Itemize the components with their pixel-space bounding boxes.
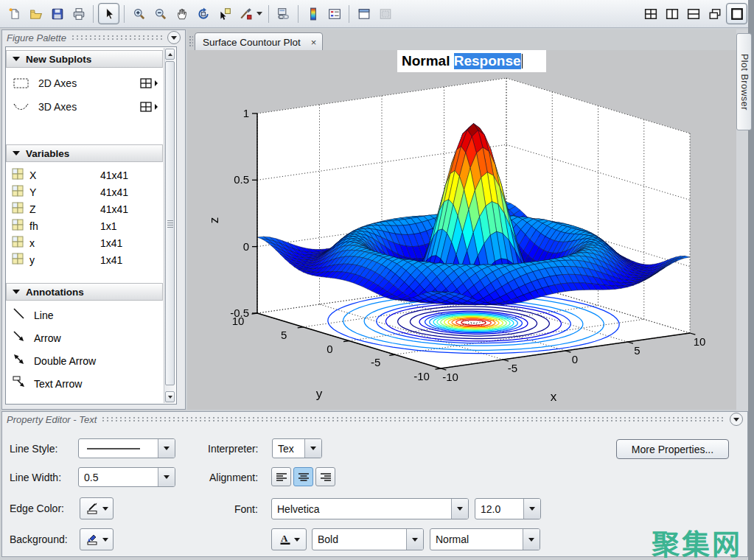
figure-canvas-panel: Surface Countour Plot × Normal Response bbox=[187, 29, 736, 410]
property-editor-menu-button[interactable] bbox=[730, 413, 743, 426]
dropdown-arrow[interactable] bbox=[406, 529, 423, 550]
chevron-down-icon bbox=[102, 507, 108, 511]
open-file-button[interactable] bbox=[26, 4, 46, 24]
variable-row-Z[interactable]: Z 41x41 bbox=[6, 200, 163, 217]
pan-button[interactable] bbox=[172, 4, 192, 24]
line-icon bbox=[12, 307, 27, 323]
figure-tab[interactable]: Surface Countour Plot × bbox=[195, 32, 323, 52]
edit-plot-button[interactable] bbox=[98, 3, 119, 24]
line-width-dropdown[interactable]: 0.5 bbox=[78, 467, 175, 487]
background-color-button[interactable] bbox=[80, 528, 114, 550]
annotation-item-double-arrow[interactable]: Double Arrow bbox=[6, 349, 163, 372]
variable-row-X[interactable]: X 41x41 bbox=[6, 167, 163, 183]
align-right-icon bbox=[320, 472, 332, 482]
dropdown-arrow[interactable] bbox=[158, 439, 175, 458]
figure-toolbar bbox=[0, 0, 754, 28]
line-style-label: Line Style: bbox=[10, 443, 57, 455]
variable-row-y[interactable]: y 1x41 bbox=[6, 251, 163, 268]
annotation-item-line[interactable]: Line bbox=[6, 304, 163, 326]
line-style-dropdown[interactable] bbox=[78, 438, 175, 458]
rotate-3d-button[interactable] bbox=[193, 4, 213, 24]
plot-title-text: Normal bbox=[402, 53, 454, 69]
data-cursor-button[interactable] bbox=[214, 4, 234, 24]
window-layout-group bbox=[640, 3, 748, 24]
show-plot-tools-button[interactable] bbox=[354, 4, 374, 24]
interpreter-dropdown[interactable]: Tex bbox=[272, 438, 322, 458]
subplot-grid-button[interactable] bbox=[140, 78, 158, 89]
layout-float-button[interactable] bbox=[705, 4, 725, 24]
font-angle-dropdown[interactable]: Normal bbox=[430, 528, 540, 550]
brush-data-button[interactable] bbox=[236, 4, 256, 24]
triangle-down-icon bbox=[168, 396, 172, 399]
chevron-down-icon bbox=[102, 538, 108, 542]
align-left-icon bbox=[276, 472, 287, 482]
dropdown-arrow[interactable] bbox=[304, 439, 321, 458]
scrollbar-thumb[interactable] bbox=[165, 61, 175, 385]
line-width-label: Line Width: bbox=[10, 472, 61, 483]
print-figure-button[interactable] bbox=[69, 4, 88, 24]
font-family-dropdown[interactable]: Helvetica bbox=[271, 498, 469, 519]
variable-row-Y[interactable]: Y 41x41 bbox=[6, 183, 163, 200]
window-icon bbox=[357, 7, 371, 21]
align-left-button[interactable] bbox=[271, 467, 291, 486]
section-new-subplots[interactable]: New Subplots bbox=[6, 50, 163, 68]
palette-item-2d-axes[interactable]: 2D Axes bbox=[6, 74, 163, 93]
font-color-button[interactable]: A bbox=[271, 528, 307, 550]
layout-grid-icon bbox=[644, 7, 657, 21]
dropdown-arrow[interactable] bbox=[451, 499, 468, 519]
2d-axes-icon bbox=[12, 77, 31, 90]
font-weight-dropdown[interactable]: Bold bbox=[312, 528, 424, 550]
layout-grid-button[interactable] bbox=[640, 4, 660, 24]
variable-row-fh[interactable]: fh 1x1 bbox=[6, 217, 163, 234]
dropdown-arrow[interactable] bbox=[158, 468, 175, 486]
subplot-grid-button[interactable] bbox=[140, 102, 158, 113]
tab-drag-handle[interactable] bbox=[189, 35, 193, 47]
palette-menu-button[interactable] bbox=[167, 31, 181, 44]
collapse-icon bbox=[13, 57, 20, 61]
annotation-item-arrow[interactable]: Arrow bbox=[6, 326, 163, 349]
save-figure-button[interactable] bbox=[47, 4, 67, 24]
align-right-button[interactable] bbox=[315, 467, 335, 486]
section-annotations[interactable]: Annotations bbox=[6, 283, 163, 301]
close-icon[interactable]: × bbox=[311, 38, 317, 47]
align-center-button[interactable] bbox=[293, 467, 313, 486]
plot-title-editbox[interactable]: Normal Response bbox=[397, 50, 546, 72]
plot-browser-tab[interactable]: Plot Browser bbox=[736, 33, 752, 130]
palette-item-label: 2D Axes bbox=[38, 77, 77, 89]
scroll-down-button[interactable] bbox=[165, 391, 175, 402]
font-size-dropdown[interactable]: 12.0 bbox=[475, 498, 541, 519]
variable-row-x[interactable]: x 1x41 bbox=[6, 234, 163, 251]
matrix-variable-icon bbox=[12, 236, 29, 251]
brush-dropdown-caret[interactable] bbox=[256, 12, 262, 15]
dropdown-arrow[interactable] bbox=[523, 499, 540, 519]
section-label: New Subplots bbox=[26, 54, 91, 65]
plot-browser-label: Plot Browser bbox=[739, 54, 750, 111]
dropdown-arrow[interactable] bbox=[523, 529, 540, 550]
edge-color-label: Edge Color: bbox=[10, 503, 64, 514]
section-variables[interactable]: Variables bbox=[6, 144, 163, 162]
interpreter-label: Interpreter: bbox=[208, 443, 258, 455]
layout-maximize-button[interactable] bbox=[726, 3, 747, 24]
annotation-item-text-arrow[interactable]: Text Arrow bbox=[6, 372, 163, 395]
zoom-out-button[interactable] bbox=[150, 4, 170, 24]
figure-palette-panel: Figure Palette New Subplots 2D Axes 3D A… bbox=[1, 29, 186, 410]
new-figure-button[interactable] bbox=[4, 4, 24, 24]
surface-plot-axes[interactable] bbox=[187, 50, 736, 410]
scrollbar-grip bbox=[167, 220, 173, 228]
matrix-variable-icon bbox=[12, 185, 29, 200]
more-properties-button[interactable]: More Properties... bbox=[616, 439, 729, 459]
palette-item-3d-axes[interactable]: 3D Axes bbox=[6, 97, 163, 116]
insert-legend-button[interactable] bbox=[324, 4, 344, 24]
layout-split-vertical-button[interactable] bbox=[662, 4, 682, 24]
scroll-up-button[interactable] bbox=[165, 49, 175, 60]
zoom-in-button[interactable] bbox=[129, 4, 149, 24]
hand-icon bbox=[175, 7, 189, 21]
link-plots-button[interactable] bbox=[273, 4, 293, 24]
layout-split-horizontal-button[interactable] bbox=[683, 4, 703, 24]
palette-scrollbar[interactable] bbox=[164, 48, 175, 403]
edge-color-button[interactable] bbox=[80, 497, 114, 519]
hide-plot-tools-button[interactable] bbox=[375, 4, 395, 24]
insert-colorbar-button[interactable] bbox=[303, 4, 323, 24]
property-editor-panel: Property Editor - Text Line Style: Inter… bbox=[1, 411, 748, 557]
variable-size: 41x41 bbox=[100, 203, 128, 215]
